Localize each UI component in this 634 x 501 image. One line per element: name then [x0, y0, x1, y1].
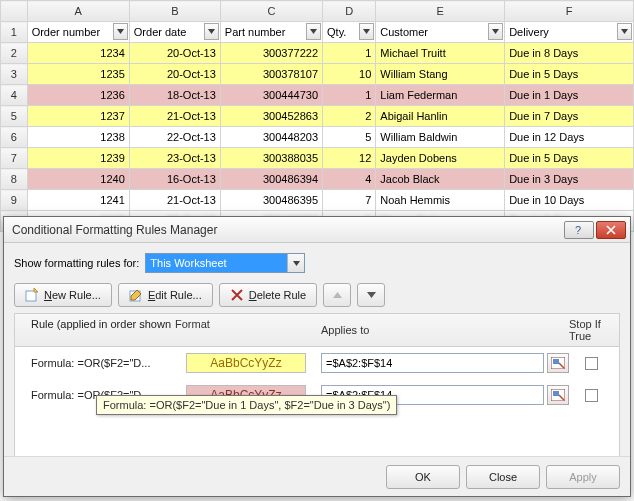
table-header-B[interactable]: Order date — [129, 22, 220, 43]
cell-D[interactable]: 10 — [323, 64, 376, 85]
cell-C[interactable]: 300377222 — [220, 43, 322, 64]
cell-E[interactable]: Michael Truitt — [376, 43, 505, 64]
cell-F[interactable]: Due in 5 Days — [505, 64, 634, 85]
cell-D[interactable]: 4 — [323, 169, 376, 190]
filter-button[interactable] — [488, 23, 503, 40]
cell-F[interactable]: Due in 8 Days — [505, 43, 634, 64]
row-header[interactable]: 2 — [1, 43, 28, 64]
column-header-E[interactable]: E — [376, 1, 505, 22]
cell-D[interactable]: 1 — [323, 43, 376, 64]
cell-E[interactable]: Jayden Dobens — [376, 148, 505, 169]
cell-F[interactable]: Due in 3 Days — [505, 169, 634, 190]
rule-row[interactable]: Formula: =OR($F2="D...AaBbCcYyZz=$A$2:$F… — [15, 347, 619, 379]
column-header-A[interactable]: A — [27, 1, 129, 22]
cell-F[interactable]: Due in 1 Days — [505, 85, 634, 106]
cell-D[interactable]: 2 — [323, 106, 376, 127]
row-header[interactable]: 9 — [1, 190, 28, 211]
column-header-C[interactable]: C — [220, 1, 322, 22]
ok-button[interactable]: OK — [386, 465, 460, 489]
column-header-row: ABCDEF — [1, 1, 634, 22]
cell-E[interactable]: William Stang — [376, 64, 505, 85]
cell-E[interactable]: Liam Federman — [376, 85, 505, 106]
cell-E[interactable]: William Baldwin — [376, 127, 505, 148]
dialog-titlebar[interactable]: Conditional Formatting Rules Manager ? — [4, 217, 630, 243]
cell-D[interactable]: 5 — [323, 127, 376, 148]
cell-A[interactable]: 1239 — [27, 148, 129, 169]
cell-A[interactable]: 1241 — [27, 190, 129, 211]
cell-A[interactable]: 1237 — [27, 106, 129, 127]
applies-to-input[interactable]: =$A$2:$F$14 — [321, 353, 544, 373]
row-header[interactable]: 6 — [1, 127, 28, 148]
cell-A[interactable]: 1240 — [27, 169, 129, 190]
move-up-button[interactable] — [323, 283, 351, 307]
cell-F[interactable]: Due in 7 Days — [505, 106, 634, 127]
cell-D[interactable]: 1 — [323, 85, 376, 106]
stop-if-true-checkbox[interactable] — [585, 389, 598, 402]
range-selector-button[interactable] — [547, 385, 569, 405]
help-button[interactable]: ? — [564, 221, 594, 239]
cell-C[interactable]: 300444730 — [220, 85, 322, 106]
edit-rule-button[interactable]: Edit Rule... — [118, 283, 213, 307]
filter-button[interactable] — [204, 23, 219, 40]
cell-A[interactable]: 1236 — [27, 85, 129, 106]
table-header-A[interactable]: Order number — [27, 22, 129, 43]
cell-E[interactable]: Jacob Black — [376, 169, 505, 190]
row-header[interactable]: 1 — [1, 22, 28, 43]
row-header[interactable]: 8 — [1, 169, 28, 190]
svg-text:?: ? — [575, 225, 581, 235]
cell-C[interactable]: 300448203 — [220, 127, 322, 148]
cell-F[interactable]: Due in 12 Days — [505, 127, 634, 148]
cell-C[interactable]: 300486394 — [220, 169, 322, 190]
filter-button[interactable] — [113, 23, 128, 40]
row-header[interactable]: 3 — [1, 64, 28, 85]
cell-B[interactable]: 21-Oct-13 — [129, 106, 220, 127]
cell-F[interactable]: Due in 5 Days — [505, 148, 634, 169]
apply-button[interactable]: Apply — [546, 465, 620, 489]
cell-E[interactable]: Noah Hemmis — [376, 190, 505, 211]
cell-B[interactable]: 23-Oct-13 — [129, 148, 220, 169]
cell-C[interactable]: 300388035 — [220, 148, 322, 169]
stop-if-true-checkbox[interactable] — [585, 357, 598, 370]
filter-button[interactable] — [306, 23, 321, 40]
data-row: 8124016-Oct-133004863944Jacob BlackDue i… — [1, 169, 634, 190]
cell-B[interactable]: 20-Oct-13 — [129, 43, 220, 64]
new-rule-button[interactable]: NNew Rule...ew Rule... — [14, 283, 112, 307]
table-header-F[interactable]: Delivery — [505, 22, 634, 43]
column-header-F[interactable]: F — [505, 1, 634, 22]
show-rules-combo[interactable]: This Worksheet — [145, 253, 305, 273]
table-header-D[interactable]: Qty. — [323, 22, 376, 43]
range-selector-button[interactable] — [547, 353, 569, 373]
filter-button[interactable] — [359, 23, 374, 40]
row-header[interactable]: 7 — [1, 148, 28, 169]
cell-B[interactable]: 18-Oct-13 — [129, 85, 220, 106]
cell-E[interactable]: Abigail Hanlin — [376, 106, 505, 127]
cell-C[interactable]: 300452863 — [220, 106, 322, 127]
cell-A[interactable]: 1238 — [27, 127, 129, 148]
cell-D[interactable]: 7 — [323, 190, 376, 211]
delete-rule-button[interactable]: Delete Rule — [219, 283, 318, 307]
cell-C[interactable]: 300378107 — [220, 64, 322, 85]
cell-B[interactable]: 22-Oct-13 — [129, 127, 220, 148]
cell-B[interactable]: 20-Oct-13 — [129, 64, 220, 85]
close-window-button[interactable] — [596, 221, 626, 239]
cell-B[interactable]: 21-Oct-13 — [129, 190, 220, 211]
column-header-D[interactable]: D — [323, 1, 376, 22]
cell-F[interactable]: Due in 10 Days — [505, 190, 634, 211]
question-icon: ? — [574, 225, 584, 235]
select-all-corner[interactable] — [1, 1, 28, 22]
filter-button[interactable] — [617, 23, 632, 40]
table-header-E[interactable]: Customer — [376, 22, 505, 43]
cell-B[interactable]: 16-Oct-13 — [129, 169, 220, 190]
cell-C[interactable]: 300486395 — [220, 190, 322, 211]
chevron-up-icon — [333, 292, 342, 298]
close-button[interactable]: Close — [466, 465, 540, 489]
row-header[interactable]: 5 — [1, 106, 28, 127]
chevron-down-icon — [367, 292, 376, 298]
row-header[interactable]: 4 — [1, 85, 28, 106]
cell-D[interactable]: 12 — [323, 148, 376, 169]
table-header-C[interactable]: Part number — [220, 22, 322, 43]
move-down-button[interactable] — [357, 283, 385, 307]
cell-A[interactable]: 1235 — [27, 64, 129, 85]
column-header-B[interactable]: B — [129, 1, 220, 22]
cell-A[interactable]: 1234 — [27, 43, 129, 64]
